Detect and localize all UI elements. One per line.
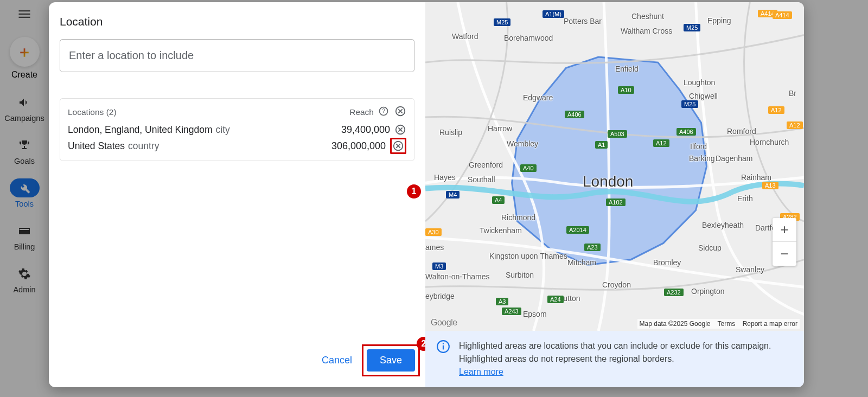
- location-modal: Location Locations (2) Reach ? London, E…: [49, 2, 804, 387]
- svg-text:?: ?: [382, 108, 385, 114]
- info-text: Highlighted areas are locations that you…: [459, 340, 793, 379]
- road-tag: M25: [494, 18, 510, 26]
- map-place-label: Erith: [737, 194, 753, 203]
- remove-location-icon[interactable]: [392, 140, 404, 152]
- annotation-highlight-remove: [390, 138, 406, 154]
- map-place-label: Bexleyheath: [702, 221, 744, 229]
- location-search-input[interactable]: [60, 39, 414, 72]
- map-place-label: Loughton: [684, 78, 715, 87]
- map-terms-link[interactable]: Terms: [718, 320, 736, 328]
- map-place-label: Br: [789, 89, 796, 98]
- road-tag: A232: [664, 289, 684, 296]
- road-tag: A4: [492, 196, 505, 204]
- locations-count-label: Locations (2): [68, 107, 117, 117]
- road-tag: A3: [496, 298, 508, 305]
- remove-location-icon[interactable]: [394, 124, 406, 136]
- map-place-label: Walton-on-Thames: [425, 272, 490, 281]
- annotation-highlight-save: Save: [362, 344, 420, 376]
- map-place-label: eybridge: [425, 292, 455, 300]
- road-tag: A414: [773, 11, 792, 19]
- road-tag: A12: [768, 106, 784, 114]
- map-place-label: Romford: [727, 127, 756, 136]
- map-place-label: Ruislip: [439, 128, 462, 137]
- road-tag: A406: [676, 128, 696, 136]
- road-tag: A503: [608, 130, 627, 138]
- map-place-label: Cheshunt: [631, 12, 664, 21]
- modal-left-panel: Location Locations (2) Reach ? London, E…: [49, 2, 425, 387]
- map-report-link[interactable]: Report a map error: [743, 320, 797, 328]
- road-tag: A1(M): [542, 10, 564, 18]
- map-place-label: Surbiton: [506, 271, 534, 279]
- zoom-out-button[interactable]: −: [773, 242, 796, 266]
- map-copyright: Map data ©2025 Google: [640, 320, 711, 328]
- map-center-label: London: [583, 173, 633, 190]
- map-place-label: Orpington: [691, 287, 724, 296]
- road-tag: M3: [432, 262, 446, 270]
- map-place-label: Potters Bar: [564, 17, 602, 25]
- zoom-in-button[interactable]: +: [773, 218, 796, 242]
- map-place-label: Richmond: [501, 213, 535, 222]
- location-type: country: [128, 140, 159, 152]
- map-place-label: Sidcup: [698, 244, 722, 252]
- map-canvas[interactable]: London Watford Borehamwood Potters Bar C…: [425, 2, 804, 331]
- road-tag: A2014: [566, 226, 589, 234]
- map-place-label: Epsom: [523, 310, 547, 318]
- map-info-bar: Highlighted areas are locations that you…: [425, 331, 804, 387]
- location-reach: 39,400,000: [341, 124, 390, 136]
- road-tag: A243: [502, 308, 521, 315]
- road-tag: M4: [446, 191, 459, 198]
- road-tag: A24: [547, 296, 564, 303]
- cancel-button[interactable]: Cancel: [312, 349, 362, 372]
- location-type: city: [216, 124, 230, 136]
- road-tag: A10: [618, 86, 634, 94]
- svg-rect-9: [443, 343, 444, 344]
- modal-title: Location: [60, 15, 414, 28]
- map-place-label: Watford: [452, 32, 478, 41]
- info-icon: [436, 340, 450, 356]
- map-place-label: Twickenham: [480, 226, 522, 235]
- help-icon[interactable]: ?: [378, 106, 389, 119]
- road-tag: M25: [684, 24, 700, 31]
- map-place-label: Southall: [468, 175, 495, 184]
- learn-more-link[interactable]: Learn more: [459, 367, 503, 376]
- location-name: London, England, United Kingdom: [68, 124, 213, 136]
- reach-label: Reach: [349, 107, 374, 117]
- locations-header-row: Locations (2) Reach ?: [68, 105, 406, 119]
- map-zoom-control: + −: [773, 218, 796, 266]
- map-place-label: Waltham Cross: [621, 27, 672, 35]
- road-tag: A12: [653, 139, 669, 147]
- location-reach: 306,000,000: [331, 140, 386, 152]
- map-place-label: Harrow: [488, 124, 512, 133]
- map-place-label: Hayes: [434, 173, 456, 182]
- map-place-label: Kingston upon Thames: [489, 252, 567, 260]
- map-place-label: Epping: [707, 16, 731, 25]
- road-tag: A40: [520, 164, 537, 172]
- road-tag: A30: [425, 228, 442, 236]
- map-attribution: Map data ©2025 Google Terms Report a map…: [637, 319, 800, 329]
- road-tag: A406: [565, 111, 584, 118]
- road-tag: M25: [681, 100, 698, 108]
- map-place-label: Hornchurch: [750, 138, 789, 146]
- map-provider-logo: Google: [431, 318, 457, 328]
- map-place-label: Enfield: [615, 65, 639, 73]
- map-place-label: Dagenham: [716, 154, 753, 163]
- map-place-label: Borehamwood: [504, 34, 553, 42]
- locations-card: Locations (2) Reach ? London, England, U…: [60, 98, 414, 161]
- location-name: United States: [68, 140, 125, 152]
- save-button[interactable]: Save: [367, 349, 415, 372]
- road-tag: A1: [595, 141, 608, 149]
- map-place-label: Ilford: [690, 142, 707, 151]
- road-tag: A102: [606, 198, 626, 206]
- clear-all-icon[interactable]: [394, 105, 406, 119]
- road-tag: A13: [762, 182, 778, 189]
- annotation-badge-1: 1: [407, 184, 421, 198]
- map-place-label: Mitcham: [567, 258, 596, 267]
- info-message: Highlighted areas are locations that you…: [459, 341, 771, 363]
- location-row: United States country 306,000,000: [68, 138, 406, 154]
- map-place-label: Rainham: [741, 173, 771, 182]
- modal-footer-actions: Cancel Save: [49, 344, 425, 376]
- road-tag: A12: [787, 121, 803, 129]
- map-place-label: Swanley: [736, 265, 764, 274]
- location-row: London, England, United Kingdom city 39,…: [68, 124, 406, 136]
- svg-rect-8: [443, 345, 444, 350]
